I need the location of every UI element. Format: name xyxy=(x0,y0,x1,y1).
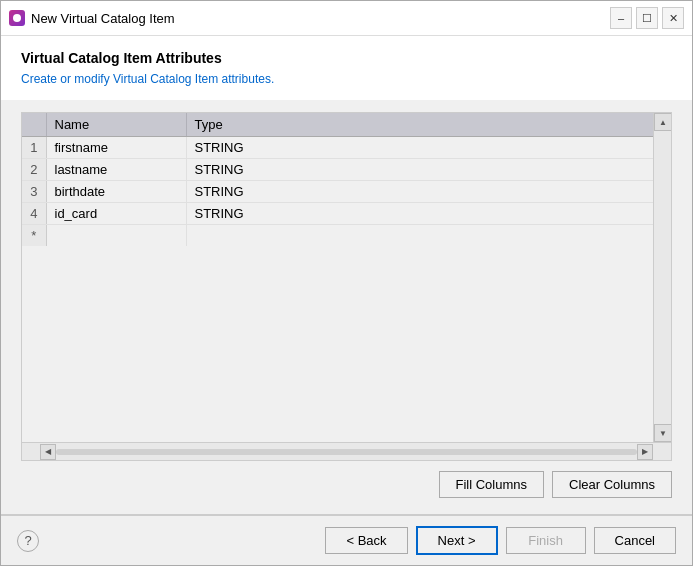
table-row[interactable]: 1 firstname STRING xyxy=(22,137,671,159)
window-title: New Virtual Catalog Item xyxy=(31,11,604,26)
scroll-down-button[interactable]: ▼ xyxy=(654,424,671,442)
table-row[interactable]: 3 birthdate STRING xyxy=(22,181,671,203)
row-name[interactable]: lastname xyxy=(46,159,186,181)
app-icon xyxy=(9,10,25,26)
row-number: 2 xyxy=(22,159,46,181)
vertical-scrollbar[interactable]: ▲ ▼ xyxy=(653,113,671,442)
help-button[interactable]: ? xyxy=(17,530,39,552)
minimize-button[interactable]: – xyxy=(610,7,632,29)
attributes-table-container: Name Type 1 firstname STRING 2 lastname … xyxy=(21,112,672,461)
fill-columns-button[interactable]: Fill Columns xyxy=(439,471,545,498)
row-number: 3 xyxy=(22,181,46,203)
new-row-marker: * xyxy=(22,225,46,247)
new-row[interactable]: * xyxy=(22,225,671,247)
row-name[interactable]: firstname xyxy=(46,137,186,159)
col-header-type: Type xyxy=(186,113,671,137)
scroll-track xyxy=(654,131,671,424)
row-number: 1 xyxy=(22,137,46,159)
attributes-table: Name Type 1 firstname STRING 2 lastname … xyxy=(22,113,671,246)
page-description: Create or modify Virtual Catalog Item at… xyxy=(21,72,672,86)
scroll-left-button[interactable]: ◀ xyxy=(40,444,56,460)
window-controls: – ☐ ✕ xyxy=(610,7,684,29)
close-button[interactable]: ✕ xyxy=(662,7,684,29)
header-section: Virtual Catalog Item Attributes Create o… xyxy=(1,36,692,100)
footer: ? < Back Next > Finish Cancel xyxy=(1,515,692,565)
row-type[interactable]: STRING xyxy=(186,181,671,203)
back-button[interactable]: < Back xyxy=(325,527,407,554)
cancel-button[interactable]: Cancel xyxy=(594,527,676,554)
row-type[interactable]: STRING xyxy=(186,203,671,225)
horizontal-scrollbar[interactable]: ◀ ▶ xyxy=(22,442,671,460)
finish-button[interactable]: Finish xyxy=(506,527,586,554)
row-type[interactable]: STRING xyxy=(186,159,671,181)
scroll-up-button[interactable]: ▲ xyxy=(654,113,671,131)
new-row-type[interactable] xyxy=(186,225,671,247)
clear-columns-button[interactable]: Clear Columns xyxy=(552,471,672,498)
title-bar: New Virtual Catalog Item – ☐ ✕ xyxy=(1,1,692,36)
action-buttons: Fill Columns Clear Columns xyxy=(21,461,672,502)
scroll-right-button[interactable]: ▶ xyxy=(637,444,653,460)
row-name[interactable]: id_card xyxy=(46,203,186,225)
page-title: Virtual Catalog Item Attributes xyxy=(21,50,672,66)
row-type[interactable]: STRING xyxy=(186,137,671,159)
main-window: New Virtual Catalog Item – ☐ ✕ Virtual C… xyxy=(0,0,693,566)
next-button[interactable]: Next > xyxy=(416,526,498,555)
table-scroll-area[interactable]: Name Type 1 firstname STRING 2 lastname … xyxy=(22,113,671,442)
col-header-rownum xyxy=(22,113,46,137)
content-section: Name Type 1 firstname STRING 2 lastname … xyxy=(1,100,692,514)
new-row-name[interactable] xyxy=(46,225,186,247)
row-name[interactable]: birthdate xyxy=(46,181,186,203)
row-number: 4 xyxy=(22,203,46,225)
h-scroll-track xyxy=(56,449,637,455)
col-header-name: Name xyxy=(46,113,186,137)
maximize-button[interactable]: ☐ xyxy=(636,7,658,29)
table-row[interactable]: 4 id_card STRING xyxy=(22,203,671,225)
table-row[interactable]: 2 lastname STRING xyxy=(22,159,671,181)
